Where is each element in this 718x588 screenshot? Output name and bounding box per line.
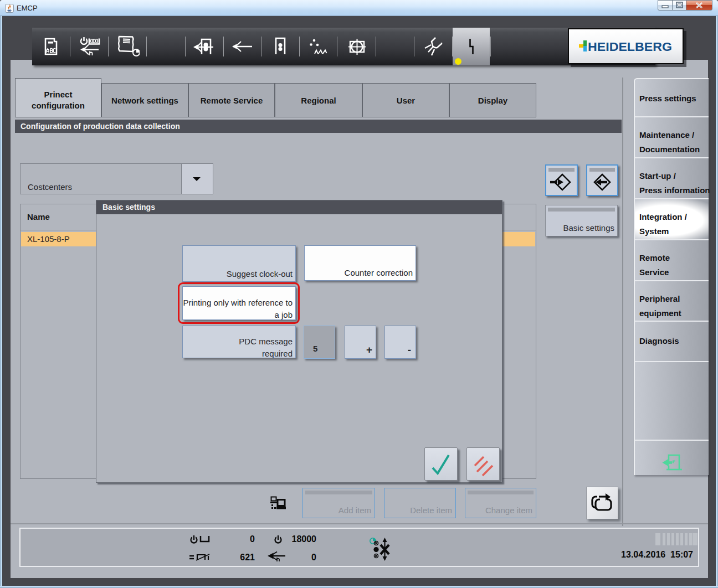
svg-text:HEIDELBERG: HEIDELBERG: [588, 40, 672, 54]
